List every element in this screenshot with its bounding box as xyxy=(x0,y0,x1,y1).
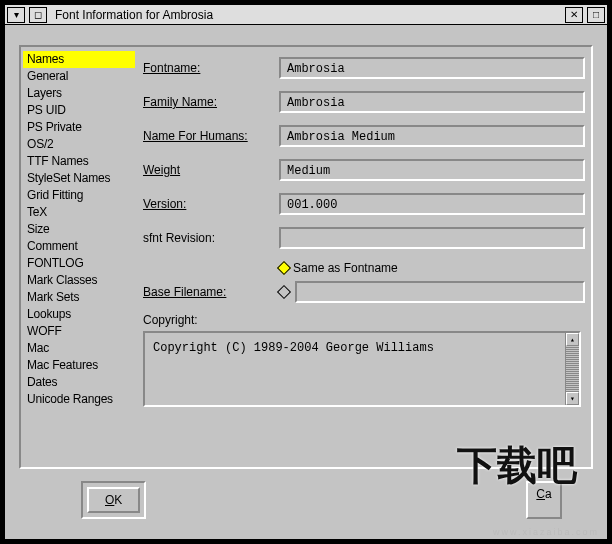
sidebar-item-woff[interactable]: WOFF xyxy=(23,323,135,340)
dialog-window: ▾ ◻ Font Information for Ambrosia ✕ □ Na… xyxy=(4,4,608,540)
names-form: Fontname: Family Name: Name For Humans: … xyxy=(139,55,585,463)
diamond-checked-icon xyxy=(277,261,291,275)
maximize-icon[interactable]: □ xyxy=(587,7,605,23)
sidebar-item-layers[interactable]: Layers xyxy=(23,85,135,102)
use-basefilename-radio[interactable] xyxy=(279,287,289,297)
ok-button[interactable]: OK xyxy=(87,487,140,513)
client-area: NamesGeneralLayersPS UIDPS PrivateOS/2TT… xyxy=(5,25,607,539)
humans-input[interactable] xyxy=(279,125,585,147)
close-icon[interactable]: ✕ xyxy=(565,7,583,23)
copyright-scrollbar[interactable]: ▴ ▾ xyxy=(565,333,579,405)
sidebar-item-ps-uid[interactable]: PS UID xyxy=(23,102,135,119)
sidebar-item-mac[interactable]: Mac xyxy=(23,340,135,357)
scroll-down-icon[interactable]: ▾ xyxy=(566,392,579,405)
sidebar-item-size[interactable]: Size xyxy=(23,221,135,238)
category-sidebar: NamesGeneralLayersPS UIDPS PrivateOS/2TT… xyxy=(23,51,135,408)
sidebar-item-mark-sets[interactable]: Mark Sets xyxy=(23,289,135,306)
button-bar: OK Ca xyxy=(81,481,562,519)
version-label: Version: xyxy=(139,197,279,211)
sidebar-item-general[interactable]: General xyxy=(23,68,135,85)
window-title: Font Information for Ambrosia xyxy=(55,8,213,22)
sfnt-label: sfnt Revision: xyxy=(139,231,279,245)
overlay-url: www.xiazaiba.com xyxy=(493,527,599,537)
sidebar-item-mark-classes[interactable]: Mark Classes xyxy=(23,272,135,289)
scroll-up-icon[interactable]: ▴ xyxy=(566,333,579,346)
sidebar-item-mac-features[interactable]: Mac Features xyxy=(23,357,135,374)
weight-label: Weight xyxy=(139,163,279,177)
sysmenu-icon[interactable]: ▾ xyxy=(7,7,25,23)
family-input[interactable] xyxy=(279,91,585,113)
same-as-fontname-radio[interactable]: Same as Fontname xyxy=(279,261,398,275)
cancel-button[interactable]: Ca xyxy=(526,481,561,519)
sidebar-item-ps-private[interactable]: PS Private xyxy=(23,119,135,136)
sidebar-item-lookups[interactable]: Lookups xyxy=(23,306,135,323)
weight-input[interactable] xyxy=(279,159,585,181)
copyright-label: Copyright: xyxy=(139,313,585,327)
humans-label: Name For Humans: xyxy=(139,129,279,143)
main-panel: NamesGeneralLayersPS UIDPS PrivateOS/2TT… xyxy=(19,45,593,469)
sidebar-item-comment[interactable]: Comment xyxy=(23,238,135,255)
minimize-icon[interactable]: ◻ xyxy=(29,7,47,23)
sidebar-item-names[interactable]: Names xyxy=(23,51,135,68)
basefilename-input[interactable] xyxy=(295,281,585,303)
sidebar-item-ttf-names[interactable]: TTF Names xyxy=(23,153,135,170)
default-button-ring: OK xyxy=(81,481,146,519)
sfnt-input[interactable] xyxy=(279,227,585,249)
scroll-track[interactable] xyxy=(566,346,579,392)
sidebar-item-unicode-ranges[interactable]: Unicode Ranges xyxy=(23,391,135,408)
sidebar-item-dates[interactable]: Dates xyxy=(23,374,135,391)
family-label: Family Name: xyxy=(139,95,279,109)
copyright-textarea[interactable]: Copyright (C) 1989-2004 George Williams … xyxy=(143,331,581,407)
basefilename-label: Base Filename: xyxy=(139,285,279,299)
sidebar-item-styleset-names[interactable]: StyleSet Names xyxy=(23,170,135,187)
sidebar-item-os-2[interactable]: OS/2 xyxy=(23,136,135,153)
fontname-label: Fontname: xyxy=(139,61,279,75)
sidebar-item-fontlog[interactable]: FONTLOG xyxy=(23,255,135,272)
version-input[interactable] xyxy=(279,193,585,215)
titlebar: ▾ ◻ Font Information for Ambrosia ✕ □ xyxy=(5,5,607,25)
sidebar-item-grid-fitting[interactable]: Grid Fitting xyxy=(23,187,135,204)
sidebar-item-tex[interactable]: TeX xyxy=(23,204,135,221)
diamond-unchecked-icon xyxy=(277,285,291,299)
fontname-input[interactable] xyxy=(279,57,585,79)
